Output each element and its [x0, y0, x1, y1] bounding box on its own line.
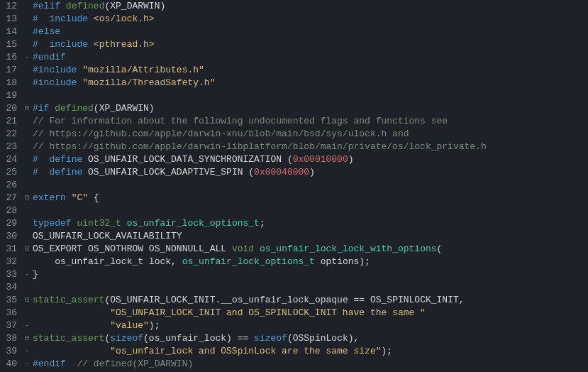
token: ): [348, 154, 354, 165]
code-line[interactable]: #if defined(XP_DARWIN): [33, 102, 588, 115]
code-line[interactable]: # include <os/lock.h>: [33, 13, 588, 26]
code-line[interactable]: extern "C" {: [33, 192, 588, 204]
code-line[interactable]: #elif defined(XP_DARWIN): [33, 0, 588, 13]
token: os_unfair_lock: [149, 333, 226, 344]
code-line[interactable]: # define OS_UNFAIR_LOCK_DATA_SYNCHRONIZA…: [33, 153, 588, 166]
code-line[interactable]: OS_EXPORT OS_NOTHROW OS_NONNULL_ALL void…: [33, 243, 588, 256]
code-line[interactable]: #endif // defined(XP_DARWIN): [33, 358, 588, 371]
token: [33, 256, 55, 267]
fold-marker[interactable]: -: [23, 51, 31, 64]
fold-marker[interactable]: -: [23, 358, 31, 371]
token: ) ==: [226, 333, 254, 344]
token: ,: [171, 256, 182, 267]
token: "mozilla/Attributes.h": [82, 65, 204, 75]
token: (: [94, 103, 99, 114]
token: 0x00010000: [293, 154, 348, 165]
token: ,: [459, 295, 465, 305]
code-line[interactable]: "value");: [33, 319, 588, 332]
token: (: [282, 154, 293, 165]
token: [38, 39, 50, 50]
fold-marker: [23, 26, 31, 38]
fold-marker[interactable]: -: [23, 319, 31, 332]
token: sizeof: [254, 333, 287, 344]
code-area[interactable]: #elif defined(XP_DARWIN)# include <os/lo…: [31, 0, 588, 372]
code-line[interactable]: # define OS_UNFAIR_LOCK_ADAPTIVE_SPIN (0…: [33, 166, 588, 179]
token: [82, 154, 88, 165]
fold-marker[interactable]: ⊟: [23, 294, 31, 307]
line-number: 19: [4, 89, 17, 102]
code-line[interactable]: [33, 89, 588, 102]
code-line[interactable]: typedef uint32_t os_unfair_lock_options_…: [33, 217, 588, 230]
code-line[interactable]: "OS_UNFAIR_LOCK_INIT and OS_SPINLOCK_INI…: [33, 307, 588, 319]
fold-marker[interactable]: -: [23, 268, 31, 281]
code-line[interactable]: static_assert(sizeof(os_unfair_lock) == …: [33, 332, 588, 345]
code-line[interactable]: // https://github.com/apple/darwin-libpl…: [33, 141, 588, 153]
line-number: 40: [4, 358, 17, 371]
code-line[interactable]: OS_UNFAIR_LOCK_AVAILABILITY: [33, 230, 588, 243]
token: (: [437, 244, 443, 254]
token: // https://github.com/apple/darwin-libpl…: [33, 141, 487, 152]
line-number: 17: [4, 64, 17, 77]
token: );: [149, 320, 160, 331]
fold-marker[interactable]: ⊟: [23, 192, 31, 204]
fold-marker[interactable]: ⊟: [23, 243, 31, 256]
token: [226, 244, 232, 254]
fold-marker: [23, 204, 31, 217]
fold-marker[interactable]: ⊟: [23, 102, 31, 115]
code-line[interactable]: // For information about the following u…: [33, 115, 588, 128]
code-line[interactable]: }: [33, 268, 588, 281]
code-line[interactable]: os_unfair_lock_t lock, os_unfair_lock_op…: [33, 256, 588, 268]
token: [82, 167, 88, 177]
token: {: [88, 192, 99, 203]
token: OS_UNFAIR_LOCK_ADAPTIVE_SPIN: [88, 167, 243, 177]
token: #: [33, 13, 38, 24]
line-number: 20: [4, 102, 17, 115]
token: [38, 167, 50, 177]
line-number: 39: [4, 345, 17, 358]
token: OS_NOTHROW: [88, 244, 143, 254]
line-number: 36: [4, 307, 17, 319]
line-number: 35: [4, 294, 17, 307]
token: #: [33, 167, 38, 177]
token: [38, 13, 50, 24]
code-line[interactable]: static_assert(OS_UNFAIR_LOCK_INIT.__os_u…: [33, 294, 588, 307]
fold-marker[interactable]: -: [23, 345, 31, 358]
code-line[interactable]: [33, 204, 588, 217]
token: os_unfair_lock_options_t: [127, 218, 260, 229]
code-editor[interactable]: 1213141516171819202122232425262728293031…: [0, 0, 588, 372]
token: [88, 13, 94, 24]
code-line[interactable]: #include "mozilla/Attributes.h": [33, 64, 588, 77]
token: }: [33, 269, 38, 280]
code-line[interactable]: #else: [33, 26, 588, 38]
token: options: [321, 256, 360, 267]
code-line[interactable]: # include <pthread.h>: [33, 38, 588, 51]
code-line[interactable]: #endif: [33, 51, 588, 64]
fold-gutter[interactable]: -⊟⊟⊟-⊟-⊟--: [23, 0, 31, 372]
token: #endif: [33, 52, 66, 62]
token: ==: [348, 295, 370, 305]
code-line[interactable]: "os_unfair_lock and OSSpinLock are the s…: [33, 345, 588, 358]
token: );: [381, 346, 392, 356]
fold-marker: [23, 141, 31, 153]
line-number: 29: [4, 217, 17, 230]
token: #elif: [33, 1, 60, 11]
token: [88, 39, 94, 50]
token: extern: [33, 192, 66, 203]
token: "OS_UNFAIR_LOCK_INIT and OS_SPINLOCK_INI…: [110, 307, 426, 318]
code-line[interactable]: [33, 281, 588, 294]
token: [60, 1, 66, 11]
fold-marker: [23, 128, 31, 141]
token: os_unfair_lock_lock_with_options: [260, 244, 437, 254]
token: (: [287, 333, 293, 344]
token: OS_UNFAIR_LOCK_AVAILABILITY: [33, 231, 182, 241]
code-line[interactable]: #include "mozilla/ThreadSafety.h": [33, 77, 588, 89]
token: sizeof: [110, 333, 143, 344]
code-line[interactable]: [33, 179, 588, 192]
code-line[interactable]: // https://github.com/apple/darwin-xnu/b…: [33, 128, 588, 141]
token: #: [33, 154, 38, 165]
token: OS_EXPORT: [33, 244, 82, 254]
token: <pthread.h>: [94, 39, 155, 50]
line-number: 26: [4, 179, 17, 192]
line-number: 31: [4, 243, 17, 256]
fold-marker[interactable]: ⊟: [23, 332, 31, 345]
